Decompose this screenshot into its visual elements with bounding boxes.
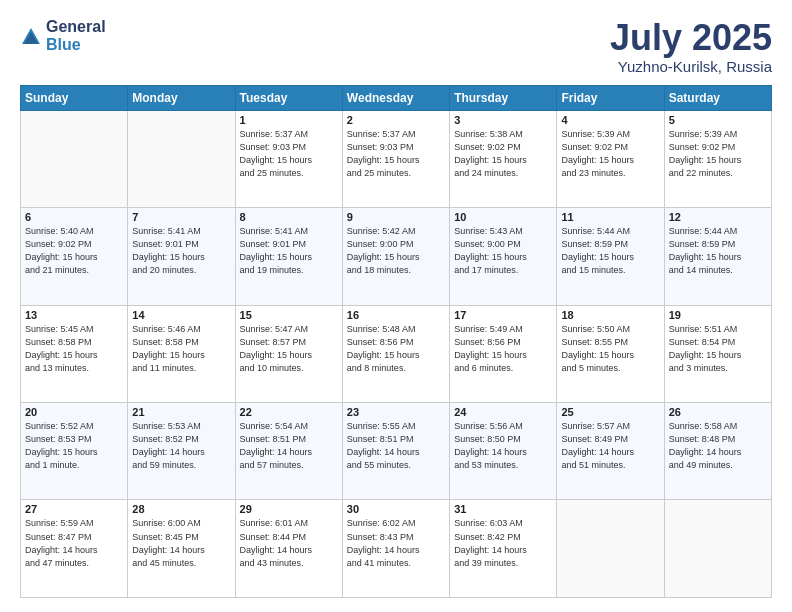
day-number: 7 [132, 211, 230, 223]
header: General Blue July 2025 Yuzhno-Kurilsk, R… [20, 18, 772, 75]
logo-general: General [46, 18, 106, 36]
logo-blue: Blue [46, 36, 106, 54]
calendar-week-row: 20Sunrise: 5:52 AM Sunset: 8:53 PM Dayli… [21, 403, 772, 500]
weekday-header: Sunday [21, 85, 128, 110]
day-number: 24 [454, 406, 552, 418]
calendar-day-cell: 18Sunrise: 5:50 AM Sunset: 8:55 PM Dayli… [557, 305, 664, 402]
day-number: 26 [669, 406, 767, 418]
calendar-header: SundayMondayTuesdayWednesdayThursdayFrid… [21, 85, 772, 110]
day-number: 1 [240, 114, 338, 126]
calendar-day-cell: 19Sunrise: 5:51 AM Sunset: 8:54 PM Dayli… [664, 305, 771, 402]
calendar-body: 1Sunrise: 5:37 AM Sunset: 9:03 PM Daylig… [21, 110, 772, 597]
weekday-row: SundayMondayTuesdayWednesdayThursdayFrid… [21, 85, 772, 110]
calendar-day-cell: 6Sunrise: 5:40 AM Sunset: 9:02 PM Daylig… [21, 208, 128, 305]
logo: General Blue [20, 18, 106, 53]
calendar-week-row: 1Sunrise: 5:37 AM Sunset: 9:03 PM Daylig… [21, 110, 772, 207]
page: General Blue July 2025 Yuzhno-Kurilsk, R… [0, 0, 792, 612]
calendar-day-cell: 9Sunrise: 5:42 AM Sunset: 9:00 PM Daylig… [342, 208, 449, 305]
calendar-day-cell: 22Sunrise: 5:54 AM Sunset: 8:51 PM Dayli… [235, 403, 342, 500]
logo-icon [20, 26, 42, 48]
day-number: 6 [25, 211, 123, 223]
day-info: Sunrise: 5:45 AM Sunset: 8:58 PM Dayligh… [25, 323, 123, 375]
day-info: Sunrise: 5:38 AM Sunset: 9:02 PM Dayligh… [454, 128, 552, 180]
weekday-header: Wednesday [342, 85, 449, 110]
calendar-day-cell: 28Sunrise: 6:00 AM Sunset: 8:45 PM Dayli… [128, 500, 235, 598]
day-number: 19 [669, 309, 767, 321]
weekday-header: Friday [557, 85, 664, 110]
day-number: 15 [240, 309, 338, 321]
day-info: Sunrise: 5:53 AM Sunset: 8:52 PM Dayligh… [132, 420, 230, 472]
calendar-day-cell: 7Sunrise: 5:41 AM Sunset: 9:01 PM Daylig… [128, 208, 235, 305]
calendar-day-cell: 24Sunrise: 5:56 AM Sunset: 8:50 PM Dayli… [450, 403, 557, 500]
calendar-day-cell: 31Sunrise: 6:03 AM Sunset: 8:42 PM Dayli… [450, 500, 557, 598]
day-number: 27 [25, 503, 123, 515]
day-info: Sunrise: 5:50 AM Sunset: 8:55 PM Dayligh… [561, 323, 659, 375]
day-number: 8 [240, 211, 338, 223]
day-number: 16 [347, 309, 445, 321]
day-info: Sunrise: 6:00 AM Sunset: 8:45 PM Dayligh… [132, 517, 230, 569]
day-number: 29 [240, 503, 338, 515]
day-number: 18 [561, 309, 659, 321]
calendar-day-cell: 2Sunrise: 5:37 AM Sunset: 9:03 PM Daylig… [342, 110, 449, 207]
day-info: Sunrise: 5:47 AM Sunset: 8:57 PM Dayligh… [240, 323, 338, 375]
calendar-day-cell: 1Sunrise: 5:37 AM Sunset: 9:03 PM Daylig… [235, 110, 342, 207]
calendar-day-cell [128, 110, 235, 207]
day-number: 3 [454, 114, 552, 126]
day-number: 31 [454, 503, 552, 515]
day-number: 25 [561, 406, 659, 418]
day-info: Sunrise: 5:51 AM Sunset: 8:54 PM Dayligh… [669, 323, 767, 375]
day-number: 4 [561, 114, 659, 126]
calendar-day-cell: 12Sunrise: 5:44 AM Sunset: 8:59 PM Dayli… [664, 208, 771, 305]
calendar-day-cell [21, 110, 128, 207]
day-info: Sunrise: 5:48 AM Sunset: 8:56 PM Dayligh… [347, 323, 445, 375]
day-info: Sunrise: 5:56 AM Sunset: 8:50 PM Dayligh… [454, 420, 552, 472]
calendar-day-cell: 13Sunrise: 5:45 AM Sunset: 8:58 PM Dayli… [21, 305, 128, 402]
day-number: 21 [132, 406, 230, 418]
day-number: 9 [347, 211, 445, 223]
day-info: Sunrise: 5:54 AM Sunset: 8:51 PM Dayligh… [240, 420, 338, 472]
day-number: 12 [669, 211, 767, 223]
day-info: Sunrise: 5:44 AM Sunset: 8:59 PM Dayligh… [561, 225, 659, 277]
title-block: July 2025 Yuzhno-Kurilsk, Russia [610, 18, 772, 75]
calendar-day-cell: 16Sunrise: 5:48 AM Sunset: 8:56 PM Dayli… [342, 305, 449, 402]
calendar-day-cell: 26Sunrise: 5:58 AM Sunset: 8:48 PM Dayli… [664, 403, 771, 500]
day-info: Sunrise: 6:03 AM Sunset: 8:42 PM Dayligh… [454, 517, 552, 569]
calendar-day-cell [664, 500, 771, 598]
calendar-week-row: 6Sunrise: 5:40 AM Sunset: 9:02 PM Daylig… [21, 208, 772, 305]
day-info: Sunrise: 5:44 AM Sunset: 8:59 PM Dayligh… [669, 225, 767, 277]
day-info: Sunrise: 5:37 AM Sunset: 9:03 PM Dayligh… [347, 128, 445, 180]
day-number: 10 [454, 211, 552, 223]
calendar-day-cell: 27Sunrise: 5:59 AM Sunset: 8:47 PM Dayli… [21, 500, 128, 598]
calendar-day-cell: 20Sunrise: 5:52 AM Sunset: 8:53 PM Dayli… [21, 403, 128, 500]
calendar-day-cell: 21Sunrise: 5:53 AM Sunset: 8:52 PM Dayli… [128, 403, 235, 500]
calendar-week-row: 13Sunrise: 5:45 AM Sunset: 8:58 PM Dayli… [21, 305, 772, 402]
day-info: Sunrise: 6:02 AM Sunset: 8:43 PM Dayligh… [347, 517, 445, 569]
day-info: Sunrise: 5:42 AM Sunset: 9:00 PM Dayligh… [347, 225, 445, 277]
calendar-day-cell: 4Sunrise: 5:39 AM Sunset: 9:02 PM Daylig… [557, 110, 664, 207]
day-info: Sunrise: 5:57 AM Sunset: 8:49 PM Dayligh… [561, 420, 659, 472]
day-info: Sunrise: 5:59 AM Sunset: 8:47 PM Dayligh… [25, 517, 123, 569]
day-number: 17 [454, 309, 552, 321]
calendar-day-cell: 17Sunrise: 5:49 AM Sunset: 8:56 PM Dayli… [450, 305, 557, 402]
calendar-day-cell: 11Sunrise: 5:44 AM Sunset: 8:59 PM Dayli… [557, 208, 664, 305]
day-info: Sunrise: 5:52 AM Sunset: 8:53 PM Dayligh… [25, 420, 123, 472]
weekday-header: Thursday [450, 85, 557, 110]
day-number: 5 [669, 114, 767, 126]
day-number: 11 [561, 211, 659, 223]
calendar-day-cell: 8Sunrise: 5:41 AM Sunset: 9:01 PM Daylig… [235, 208, 342, 305]
day-number: 23 [347, 406, 445, 418]
day-number: 2 [347, 114, 445, 126]
weekday-header: Monday [128, 85, 235, 110]
title-location: Yuzhno-Kurilsk, Russia [610, 58, 772, 75]
calendar-table: SundayMondayTuesdayWednesdayThursdayFrid… [20, 85, 772, 598]
day-info: Sunrise: 5:43 AM Sunset: 9:00 PM Dayligh… [454, 225, 552, 277]
day-info: Sunrise: 5:41 AM Sunset: 9:01 PM Dayligh… [132, 225, 230, 277]
calendar-week-row: 27Sunrise: 5:59 AM Sunset: 8:47 PM Dayli… [21, 500, 772, 598]
logo-text: General Blue [46, 18, 106, 53]
day-number: 22 [240, 406, 338, 418]
day-number: 28 [132, 503, 230, 515]
calendar-day-cell: 5Sunrise: 5:39 AM Sunset: 9:02 PM Daylig… [664, 110, 771, 207]
day-info: Sunrise: 5:41 AM Sunset: 9:01 PM Dayligh… [240, 225, 338, 277]
calendar-day-cell: 3Sunrise: 5:38 AM Sunset: 9:02 PM Daylig… [450, 110, 557, 207]
day-info: Sunrise: 5:49 AM Sunset: 8:56 PM Dayligh… [454, 323, 552, 375]
